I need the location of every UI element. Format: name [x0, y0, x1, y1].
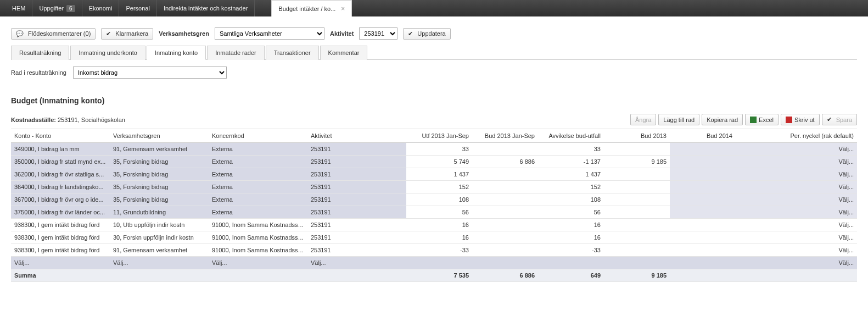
uppdatera-button[interactable]: Uppdatera: [403, 28, 450, 40]
cell-avv[interactable]: 152: [538, 181, 604, 193]
cell-pernyckel[interactable]: Välj...: [736, 231, 857, 244]
cell-akt[interactable]: 253191: [307, 143, 406, 156]
cell-akt[interactable]: 253191: [307, 231, 406, 244]
cell-akt[interactable]: 253191: [307, 206, 406, 219]
table-row[interactable]: 367000, I bidrag fr övr org o ide...35, …: [11, 193, 857, 206]
cell-pernyckel[interactable]: Välj...: [736, 206, 857, 219]
cell-akt[interactable]: 253191: [307, 244, 406, 257]
cell-pernyckel[interactable]: Välj...: [736, 244, 857, 257]
table-row[interactable]: 364000, I bidrag fr landstingsko...35, F…: [11, 181, 857, 193]
cell-konto[interactable]: 938300, I gem intäkt bidrag förd: [11, 231, 110, 244]
cell-akt[interactable]: 253191: [307, 219, 406, 231]
tab-inmatning-konto[interactable]: Inmatning konto: [147, 46, 206, 60]
cell-kk[interactable]: Externa: [209, 181, 307, 193]
cell-avv[interactable]: -1 137: [538, 156, 604, 168]
cell-kk[interactable]: 91000, Inom Samma Kostnadsställe: [209, 244, 307, 257]
cell-vg[interactable]: 11, Grundutbildning: [110, 206, 209, 219]
angra-button[interactable]: Ångra: [630, 114, 656, 125]
cell-budjs[interactable]: [472, 206, 538, 219]
cell-vg[interactable]: 30, Forskn uppföljn indir kostn: [110, 231, 209, 244]
cell-avv[interactable]: 33: [538, 143, 604, 156]
cell-utf[interactable]: -33: [406, 244, 472, 257]
cell-budjs[interactable]: [472, 193, 538, 206]
col-budjs[interactable]: Bud 2013 Jan-Sep: [472, 129, 538, 143]
cell-budjs[interactable]: 6 886: [472, 156, 538, 168]
nav-ekonomi[interactable]: Ekonomi: [82, 0, 120, 16]
cell-akt[interactable]: 253191: [307, 193, 406, 206]
cell-b13[interactable]: [604, 206, 670, 219]
cell-konto[interactable]: 350000, I bidrag fr statl mynd ex...: [11, 156, 110, 168]
cell-vg[interactable]: 91, Gemensam verksamhet: [110, 143, 209, 156]
cell-utf[interactable]: 16: [406, 231, 472, 244]
cell-konto[interactable]: 367000, I bidrag fr övr org o ide...: [11, 193, 110, 206]
cell-konto[interactable]: 938300, I gem intäkt bidrag förd: [11, 244, 110, 257]
verksamhetsgren-select[interactable]: Samtliga Verksamheter: [215, 27, 324, 40]
cell-avv[interactable]: 1 437: [538, 168, 604, 181]
cell-vg[interactable]: 35, Forskning bidrag: [110, 168, 209, 181]
cell-utf[interactable]: 16: [406, 219, 472, 231]
cell-konto[interactable]: 362000, I bidrag fr övr statliga s...: [11, 168, 110, 181]
tab-transaktioner[interactable]: Transaktioner: [266, 46, 319, 60]
cell-vg[interactable]: 35, Forskning bidrag: [110, 156, 209, 168]
kopiera-rad-button[interactable]: Kopiera rad: [702, 114, 743, 125]
cell-b13[interactable]: [604, 193, 670, 206]
cell-b14[interactable]: [670, 181, 736, 193]
flodeskommentarer-button[interactable]: Flödeskommentarer (0): [11, 28, 96, 40]
nav-budget-tab[interactable]: Budget intäkter / ko... ×: [271, 0, 352, 16]
lagg-till-rad-button[interactable]: Lägg till rad: [658, 114, 699, 125]
cell-b14[interactable]: [670, 219, 736, 231]
cell-kk[interactable]: 91000, Inom Samma Kostnadsställe: [209, 219, 307, 231]
tab-inmatade-rader[interactable]: Inmatade rader: [207, 46, 265, 60]
cell-b13[interactable]: 9 185: [604, 156, 670, 168]
cell-utf[interactable]: 108: [406, 193, 472, 206]
col-utf[interactable]: Utf 2013 Jan-Sep: [406, 129, 472, 143]
cell-avv[interactable]: 56: [538, 206, 604, 219]
col-avvikelse[interactable]: Avvikelse bud-utfall: [538, 129, 604, 143]
cell-konto[interactable]: 938300, I gem intäkt bidrag förd: [11, 219, 110, 231]
cell-budjs[interactable]: [472, 168, 538, 181]
cell-b13[interactable]: [604, 219, 670, 231]
new-konto[interactable]: Välj...: [11, 257, 110, 269]
cell-budjs[interactable]: [472, 244, 538, 257]
cell-kk[interactable]: Externa: [209, 156, 307, 168]
new-kk[interactable]: Välj...: [209, 257, 307, 269]
cell-vg[interactable]: 35, Forskning bidrag: [110, 193, 209, 206]
nav-indirekta[interactable]: Indirekta intäkter och kostnader: [157, 0, 255, 16]
cell-avv[interactable]: 108: [538, 193, 604, 206]
cell-b14[interactable]: [670, 168, 736, 181]
cell-b14[interactable]: [670, 206, 736, 219]
excel-button[interactable]: Excel: [745, 114, 779, 125]
cell-pernyckel[interactable]: Välj...: [736, 193, 857, 206]
cell-konto[interactable]: 375000, I bidrag fr övr länder oc...: [11, 206, 110, 219]
cell-utf[interactable]: 33: [406, 143, 472, 156]
close-icon[interactable]: ×: [341, 5, 345, 13]
col-pernyckel[interactable]: Per. nyckel (rak default): [736, 129, 857, 143]
cell-kk[interactable]: 91000, Inom Samma Kostnadsställe: [209, 231, 307, 244]
col-aktivitet[interactable]: Aktivitet: [307, 129, 406, 143]
cell-utf[interactable]: 1 437: [406, 168, 472, 181]
cell-pernyckel[interactable]: Välj...: [736, 168, 857, 181]
cell-b13[interactable]: [604, 181, 670, 193]
cell-b13[interactable]: [604, 231, 670, 244]
cell-avv[interactable]: 16: [538, 231, 604, 244]
tab-kommentar[interactable]: Kommentar: [320, 46, 368, 60]
nav-personal[interactable]: Personal: [119, 0, 156, 16]
table-row[interactable]: 349000, I bidrag lan mm91, Gemensam verk…: [11, 143, 857, 156]
table-row[interactable]: 350000, I bidrag fr statl mynd ex...35, …: [11, 156, 857, 168]
new-pn[interactable]: Välj...: [736, 257, 857, 269]
cell-akt[interactable]: 253191: [307, 181, 406, 193]
nav-uppgifter[interactable]: Uppgifter 6: [32, 0, 82, 16]
cell-budjs[interactable]: [472, 181, 538, 193]
rad-select[interactable]: Inkomst bidrag: [73, 67, 227, 79]
cell-vg[interactable]: 10, Utb uppföljn indir kostn: [110, 219, 209, 231]
col-koncernkod[interactable]: Koncernkod: [209, 129, 307, 143]
cell-kk[interactable]: Externa: [209, 143, 307, 156]
cell-b14[interactable]: [670, 143, 736, 156]
cell-pernyckel[interactable]: Välj...: [736, 143, 857, 156]
new-vg[interactable]: Välj...: [110, 257, 209, 269]
tab-resultat[interactable]: Resultaträkning: [11, 46, 69, 60]
tab-inmatning-underkonto[interactable]: Inmatning underkonto: [70, 46, 145, 60]
cell-utf[interactable]: 5 749: [406, 156, 472, 168]
table-row[interactable]: 938300, I gem intäkt bidrag förd91, Geme…: [11, 244, 857, 257]
table-row[interactable]: 938300, I gem intäkt bidrag förd30, Fors…: [11, 231, 857, 244]
